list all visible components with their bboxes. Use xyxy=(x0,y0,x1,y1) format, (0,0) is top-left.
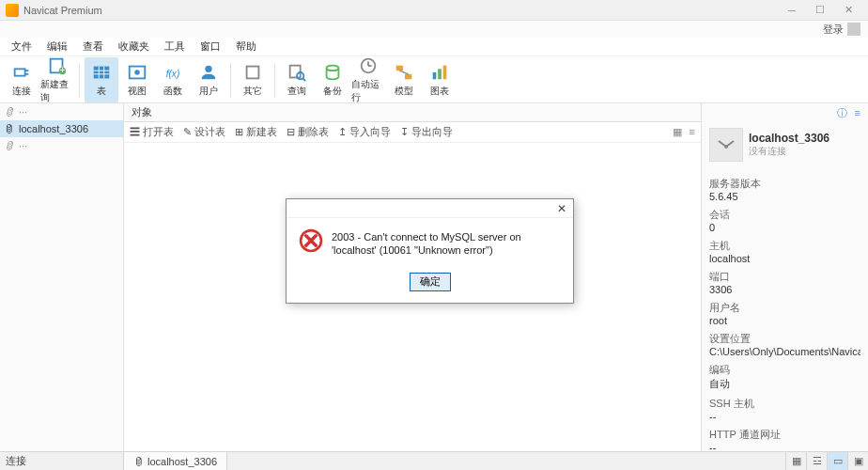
svg-line-18 xyxy=(302,78,305,81)
maximize-button[interactable]: ☐ xyxy=(806,0,834,21)
login-link[interactable]: 登录 xyxy=(823,23,844,37)
menu-edit[interactable]: 编辑 xyxy=(39,39,75,54)
menu-favorites[interactable]: 收藏夹 xyxy=(111,39,157,54)
fx-icon: f(x) xyxy=(163,62,183,83)
svg-text:f(x): f(x) xyxy=(166,68,180,78)
app-title: Navicat Premium xyxy=(23,5,778,16)
delete-table-button[interactable]: ⊟ 删除表 xyxy=(287,125,329,139)
tool-table[interactable]: 表 xyxy=(85,57,118,102)
tool-connection[interactable]: 连接 xyxy=(5,57,39,102)
open-table-button[interactable]: ☰ 打开表 xyxy=(130,125,174,139)
status-view-4[interactable]: ▣ xyxy=(847,452,868,470)
query-icon: + xyxy=(47,55,68,76)
import-wizard-button[interactable]: ↥ 导入向导 xyxy=(338,125,391,139)
status-tab[interactable]: 🛢 localhost_3306 xyxy=(124,452,227,470)
tool-user[interactable]: 用户 xyxy=(192,57,225,102)
info-subtitle: 没有连接 xyxy=(749,145,829,158)
tool-chart[interactable]: 图表 xyxy=(423,57,457,102)
toolbar-separator xyxy=(274,63,275,97)
design-table-button[interactable]: ✎ 设计表 xyxy=(183,125,225,139)
connection-tree: 🛢··· 🛢localhost_3306 🛢··· xyxy=(0,103,124,451)
chart-icon xyxy=(429,62,450,83)
menu-tools[interactable]: 工具 xyxy=(157,39,193,54)
db-icon: 🛢 xyxy=(4,140,15,151)
other-icon xyxy=(242,62,263,83)
status-view-3[interactable]: ▭ xyxy=(827,452,847,470)
svg-rect-28 xyxy=(443,65,447,79)
statusbar: 连接 🛢 localhost_3306 ▦ ☲ ▭ ▣ xyxy=(0,451,868,470)
svg-rect-24 xyxy=(405,73,411,79)
svg-rect-0 xyxy=(15,69,25,75)
svg-rect-16 xyxy=(290,65,301,77)
avatar-icon[interactable] xyxy=(847,23,860,36)
svg-text:+: + xyxy=(60,65,66,75)
minimize-button[interactable]: ─ xyxy=(778,0,806,21)
info-icon[interactable]: ⓘ xyxy=(837,106,847,120)
svg-rect-6 xyxy=(94,66,110,78)
app-icon xyxy=(6,4,19,17)
dialog-message: 2003 - Can't connect to MySQL server on … xyxy=(332,227,562,258)
connection-item[interactable]: 🛢··· xyxy=(0,103,123,120)
backup-icon xyxy=(322,62,343,83)
status-view-2[interactable]: ☲ xyxy=(806,452,827,470)
close-button[interactable]: ✕ xyxy=(834,0,862,21)
new-table-button[interactable]: ⊞ 新建表 xyxy=(235,125,277,139)
svg-rect-15 xyxy=(247,66,259,78)
tool-new-query[interactable]: +新建查询 xyxy=(40,57,74,102)
tool-backup[interactable]: 备份 xyxy=(316,57,349,102)
plug-icon xyxy=(11,62,32,83)
connection-item-localhost[interactable]: 🛢localhost_3306 xyxy=(0,120,123,137)
export-wizard-button[interactable]: ↧ 导出向导 xyxy=(400,125,453,139)
object-toolbar: ☰ 打开表 ✎ 设计表 ⊞ 新建表 ⊟ 删除表 ↥ 导入向导 ↧ 导出向导 ▦ … xyxy=(124,122,701,143)
tool-model[interactable]: 模型 xyxy=(387,57,421,102)
toolbar-separator xyxy=(79,63,80,97)
svg-point-29 xyxy=(724,145,728,149)
status-left-label: 连接 xyxy=(0,452,124,470)
svg-rect-26 xyxy=(433,72,437,79)
info-panel: ⓘ ≡ localhost_3306 没有连接 服务器版本5.6.45 会话0 … xyxy=(701,103,868,451)
svg-point-19 xyxy=(327,65,339,70)
connection-item[interactable]: 🛢··· xyxy=(0,137,123,154)
error-icon xyxy=(298,227,324,254)
login-row: 登录 xyxy=(0,21,868,38)
db-icon: 🛢 xyxy=(4,123,15,134)
property-list: 服务器版本5.6.45 会话0 主机localhost 端口3306 用户名ro… xyxy=(702,167,868,451)
svg-rect-23 xyxy=(396,65,403,70)
svg-point-14 xyxy=(205,65,211,71)
grid-view-icon[interactable]: ▦ xyxy=(673,126,682,138)
info-title: localhost_3306 xyxy=(749,132,829,145)
view-icon xyxy=(127,62,147,83)
toolbar-separator xyxy=(230,63,231,97)
titlebar: Navicat Premium ─ ☐ ✕ xyxy=(0,0,868,21)
model-icon xyxy=(394,62,414,83)
tool-autorun[interactable]: 自动运行 xyxy=(351,57,385,102)
object-header: 对象 xyxy=(124,103,701,122)
svg-line-25 xyxy=(399,70,408,74)
list-icon[interactable]: ≡ xyxy=(855,107,860,118)
connection-thumb-icon xyxy=(709,128,743,162)
error-dialog: ✕ 2003 - Can't connect to MySQL server o… xyxy=(286,198,574,304)
menubar: 文件 编辑 查看 收藏夹 工具 窗口 帮助 xyxy=(0,38,868,56)
tool-other[interactable]: 其它 xyxy=(236,57,270,102)
dialog-close-button[interactable]: ✕ xyxy=(554,201,569,216)
svg-rect-27 xyxy=(438,69,442,79)
menu-view[interactable]: 查看 xyxy=(75,39,111,54)
db-icon: 🛢 xyxy=(133,456,144,467)
menu-window[interactable]: 窗口 xyxy=(193,39,228,54)
search-icon xyxy=(287,62,307,83)
tool-query[interactable]: 查询 xyxy=(280,57,314,102)
db-icon: 🛢 xyxy=(4,106,15,118)
tool-view[interactable]: 视图 xyxy=(120,57,154,102)
tool-function[interactable]: f(x)函数 xyxy=(156,57,190,102)
clock-icon xyxy=(358,55,379,76)
status-view-1[interactable]: ▦ xyxy=(785,452,806,470)
toolbar: 连接 +新建查询 表 视图 f(x)函数 用户 其它 查询 备份 自动运行 模型… xyxy=(0,56,868,103)
menu-help[interactable]: 帮助 xyxy=(228,39,264,54)
ok-button[interactable]: 确定 xyxy=(410,273,451,291)
table-icon xyxy=(91,62,112,83)
menu-file[interactable]: 文件 xyxy=(4,39,39,54)
svg-point-12 xyxy=(134,70,140,75)
list-view-icon[interactable]: ≡ xyxy=(690,126,695,138)
user-icon xyxy=(198,62,219,83)
